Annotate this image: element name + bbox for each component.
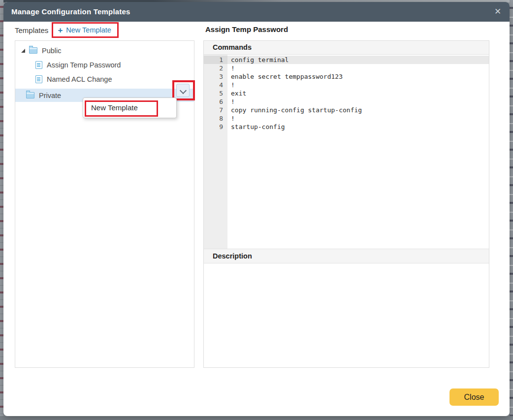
tree-item-named-acl-change[interactable]: Named ACL Change (15, 72, 194, 86)
new-template-label: New Template (66, 26, 111, 34)
line-number: 1 (204, 56, 227, 64)
template-document-icon (35, 61, 42, 69)
dialog-title: Manage Configuration Templates (11, 2, 130, 22)
line-text: ! (227, 64, 235, 72)
line-text: startup-config (227, 123, 285, 131)
backdrop-right (510, 0, 513, 420)
line-text: ! (227, 81, 235, 89)
dialog-header: Manage Configuration Templates ✕ (3, 2, 510, 22)
backdrop-bottom (0, 416, 513, 420)
description-body (204, 263, 489, 366)
row-actions-dropdown-button[interactable] (176, 84, 190, 97)
line-number: 9 (204, 123, 227, 131)
template-detail-panel: Commands 1 config terminal 2 ! 3 enable … (203, 40, 489, 368)
context-menu: New Template (83, 97, 177, 118)
plus-icon: + (58, 26, 63, 34)
code-line[interactable]: 6 ! (204, 97, 489, 106)
tree-label: Public (42, 47, 62, 55)
expand-triangle-icon[interactable] (21, 49, 25, 53)
line-number: 5 (204, 89, 227, 97)
code-line[interactable]: 4 ! (204, 81, 489, 89)
folder-icon (29, 47, 37, 54)
selected-template-title: Assign Temp Password (205, 25, 288, 33)
template-document-icon (35, 75, 42, 83)
manage-configuration-templates-dialog: Manage Configuration Templates ✕ Templat… (3, 2, 510, 416)
templates-toolbar: Templates + New Template (15, 21, 119, 39)
chevron-down-icon (180, 87, 187, 94)
line-text: enable secret temppassword123 (227, 72, 343, 81)
tree-label: Named ACL Change (47, 75, 112, 83)
line-number: 8 (204, 114, 227, 123)
annotation-box-new-template: + New Template (52, 22, 119, 38)
code-line[interactable]: 3 enable secret temppassword123 (204, 72, 489, 81)
templates-heading: Templates (15, 26, 48, 34)
line-number: 7 (204, 106, 227, 114)
code-line[interactable]: 2 ! (204, 64, 489, 72)
tree-label: Private (39, 92, 61, 99)
code-line[interactable]: 7 copy running-config startup-config (204, 106, 489, 114)
backdrop-left (0, 0, 3, 420)
line-text: config terminal (227, 56, 289, 64)
description-section-header: Description (204, 249, 489, 263)
code-line[interactable]: 9 startup-config (204, 123, 489, 131)
line-number: 3 (204, 72, 227, 81)
line-number: 6 (204, 97, 227, 106)
commands-lines: 1 config terminal 2 ! 3 enable secret te… (204, 55, 489, 131)
new-template-button[interactable]: + New Template (58, 26, 111, 34)
code-line[interactable]: 1 config terminal (204, 56, 489, 64)
line-text: ! (227, 114, 235, 123)
code-line[interactable]: 8 ! (204, 114, 489, 123)
tree-folder-public[interactable]: Public (15, 44, 194, 57)
line-text: exit (227, 89, 246, 97)
template-tree-panel: Public Assign Temp Password Named ACL Ch… (15, 40, 194, 368)
commands-section-header: Commands (204, 41, 489, 55)
commands-editor[interactable]: 1 config terminal 2 ! 3 enable secret te… (204, 55, 489, 249)
close-icon[interactable]: ✕ (492, 6, 503, 17)
line-number: 2 (204, 64, 227, 72)
line-text: copy running-config startup-config (227, 106, 362, 114)
tree-label: Assign Temp Password (47, 61, 121, 69)
close-button[interactable]: Close (449, 388, 499, 406)
line-text: ! (227, 97, 235, 106)
folder-icon (26, 92, 34, 98)
line-number: 4 (204, 81, 227, 89)
code-line[interactable]: 5 exit (204, 89, 489, 97)
context-menu-item-new-template[interactable]: New Template (83, 98, 176, 118)
tree-item-assign-temp-password[interactable]: Assign Temp Password (15, 58, 194, 71)
